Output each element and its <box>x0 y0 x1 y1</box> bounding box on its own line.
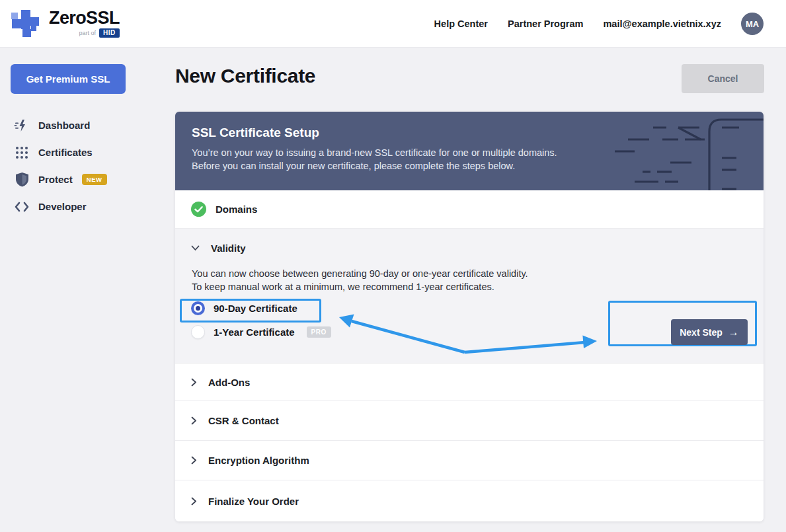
step-label: CSR & Contact <box>208 415 279 426</box>
grid-dots-icon <box>13 146 30 159</box>
card-description-line1: You’re on your way to issuing a brand-ne… <box>192 146 764 159</box>
step-domains-label: Domains <box>216 204 257 215</box>
shield-icon <box>13 172 30 187</box>
step-domains[interactable]: Domains <box>175 190 764 229</box>
card-header: SSL Certificate Setup You’re on your way… <box>175 112 764 190</box>
option-label: 1-Year Certificate <box>214 326 295 338</box>
sidebar-item-label: Developer <box>38 201 87 212</box>
validity-description-line1: You can now choose between generating 90… <box>192 267 528 280</box>
top-nav: Help Center Partner Program mail@example… <box>434 0 764 48</box>
hid-logo: HID <box>99 28 120 38</box>
step-csr-contact[interactable]: CSR & Contact <box>175 401 764 441</box>
nav-partner-program[interactable]: Partner Program <box>508 19 583 29</box>
account-email[interactable]: mail@example.vietnix.xyz <box>603 19 721 29</box>
radio-selected-icon[interactable] <box>191 301 205 315</box>
logo-text: ZeroSSL part of HID <box>49 8 120 38</box>
option-1-year-certificate[interactable]: 1-Year Certificate PRO <box>191 325 331 339</box>
zerossl-app: ZeroSSL part of HID Help Center Partner … <box>0 0 786 532</box>
sidebar-item-dashboard[interactable]: Dashboard <box>13 112 165 139</box>
step-add-ons[interactable]: Add-Ons <box>175 363 764 401</box>
option-90-day-certificate[interactable]: 90-Day Certificate <box>191 301 297 315</box>
step-finalize-order[interactable]: Finalize Your Order <box>175 480 764 521</box>
step-validity: Validity You can now choose between gene… <box>175 229 764 363</box>
chevron-right-icon <box>191 416 197 425</box>
avatar[interactable]: MA <box>741 13 764 35</box>
next-step-button[interactable]: Next Step → <box>671 319 748 345</box>
card-title: SSL Certificate Setup <box>192 126 764 140</box>
part-of-label: part of <box>79 30 97 36</box>
next-step-label: Next Step <box>680 327 723 338</box>
sidebar-item-label: Dashboard <box>38 120 90 131</box>
option-label: 90-Day Certificate <box>214 303 297 314</box>
radio-unselected-icon[interactable] <box>191 325 205 339</box>
step-validity-label: Validity <box>211 243 246 254</box>
nav-help-center[interactable]: Help Center <box>434 19 488 29</box>
cancel-button[interactable]: Cancel <box>682 64 764 93</box>
get-premium-ssl-button[interactable]: Get Premium SSL <box>11 64 126 94</box>
sidebar-item-label: Protect <box>38 174 73 185</box>
step-label: Add-Ons <box>208 377 250 388</box>
new-badge: NEW <box>82 174 107 185</box>
step-label: Encryption Algorithm <box>208 455 309 466</box>
part-of-row: part of HID <box>79 28 120 38</box>
check-circle-icon <box>191 202 206 217</box>
pro-badge: PRO <box>307 326 331 338</box>
step-encryption-algorithm[interactable]: Encryption Algorithm <box>175 441 764 480</box>
page-title: New Certificate <box>175 65 315 87</box>
code-brackets-icon <box>13 202 30 212</box>
top-bar: ZeroSSL part of HID Help Center Partner … <box>0 0 786 48</box>
chevron-right-icon <box>191 378 197 387</box>
brand-name: ZeroSSL <box>49 8 120 28</box>
zerossl-plus-icon <box>11 8 41 38</box>
chevron-right-icon <box>191 497 197 506</box>
card-description: You’re on your way to issuing a brand-ne… <box>192 146 764 172</box>
sidebar-menu: Dashboard Certificates Protect NEW <box>13 112 165 220</box>
validity-description: You can now choose between generating 90… <box>192 267 528 293</box>
zerossl-logo[interactable]: ZeroSSL part of HID <box>11 8 120 38</box>
sidebar-item-developer[interactable]: Developer <box>13 193 165 220</box>
step-label: Finalize Your Order <box>208 496 299 507</box>
sidebar-item-certificates[interactable]: Certificates <box>13 139 165 166</box>
ssl-setup-card: SSL Certificate Setup You’re on your way… <box>175 112 764 521</box>
chevron-right-icon <box>191 456 197 465</box>
right-arrow-icon: → <box>728 327 739 338</box>
step-validity-header[interactable]: Validity <box>191 243 246 254</box>
dashboard-bolt-icon <box>13 118 30 133</box>
card-description-line2: Before you can install your new certific… <box>192 159 764 172</box>
sidebar-item-label: Certificates <box>38 147 93 158</box>
sidebar-item-protect[interactable]: Protect NEW <box>13 166 165 193</box>
validity-description-line2: To keep manual work at a minimum, we rec… <box>192 280 528 293</box>
chevron-down-icon <box>191 245 200 251</box>
